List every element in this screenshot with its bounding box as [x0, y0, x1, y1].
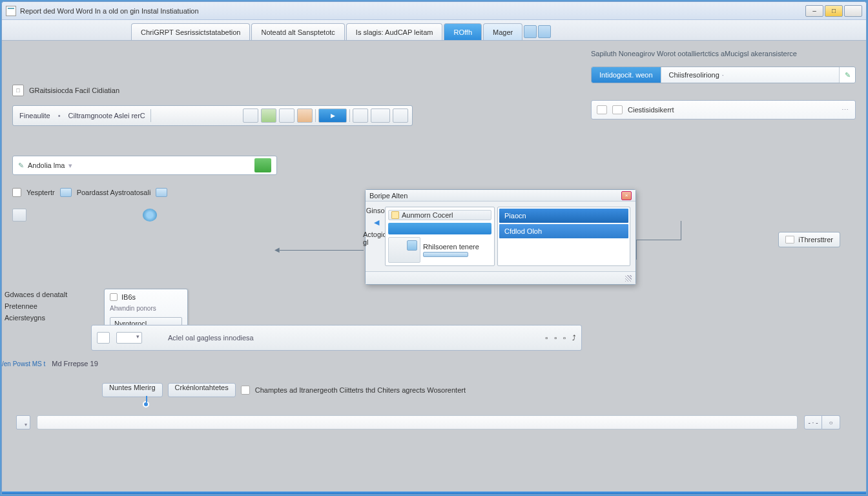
connector-arrow-2	[636, 240, 681, 240]
window-title: Report ded Word Word In a old on gin Ins…	[20, 7, 199, 15]
minimize-button[interactable]: –	[805, 5, 823, 17]
dialog-option-selected[interactable]: Piaocn	[499, 209, 628, 223]
tab-tool-icons	[524, 23, 551, 40]
dialog-preview-row: Rhilsoeren tenere	[388, 237, 491, 263]
caption-btn-2[interactable]: Crkénlontahtetes	[168, 383, 236, 397]
dialog-title: Boripe Alten	[369, 192, 408, 200]
dialog-option-2[interactable]: Cfdlod Oloh	[499, 224, 628, 238]
checkbox-1[interactable]	[12, 188, 21, 197]
preview-bar	[423, 252, 468, 257]
micro-icon-1[interactable]: ▫	[545, 334, 548, 342]
pen-icon: ✎	[18, 161, 24, 170]
caption-text: Champtes ad Itranergeoth Ciittetrs thd C…	[255, 386, 466, 394]
chip-icon	[60, 188, 72, 197]
micro-icon-2[interactable]: ▫	[554, 334, 557, 342]
right-tabs: Intidogocit. weon Chiisfresoliriong· ✎	[591, 67, 856, 83]
thumbnail-icon[interactable]	[388, 237, 420, 263]
dialog-footer	[366, 271, 636, 284]
tabstrip: ChriGRPT Sesrissictstatabetion Noteatd a…	[2, 20, 866, 41]
bs-dropdown[interactable]	[16, 415, 30, 429]
page-icon[interactable]	[12, 209, 26, 222]
dialog-left-head: Aunmorn Cocerl	[388, 210, 491, 220]
side-item-3[interactable]: Aciersteygns	[5, 312, 95, 324]
bs-stepper-down[interactable]: - · -	[804, 415, 822, 429]
checkbox-1-label: Yesptertr	[26, 189, 55, 196]
tool-icon-1[interactable]	[524, 25, 537, 38]
tab-4[interactable]: ROffh	[444, 23, 482, 40]
document-icon	[6, 6, 16, 16]
micro-icon-4[interactable]: ⤴	[572, 334, 576, 342]
spinner-icon	[143, 209, 157, 222]
checkbox-2-label: Poardasst Aystroatosali	[77, 189, 151, 196]
footer-link[interactable]: /en Powst MS t	[2, 360, 45, 367]
side-item-1[interactable]: Gdwaces d denatalt	[5, 289, 95, 300]
toolbar-label-1: Fineaulite	[17, 112, 53, 119]
caption-icon	[241, 386, 250, 395]
external-button[interactable]: iThrersttrer	[778, 232, 840, 247]
tool-btn-2[interactable]	[261, 108, 276, 123]
dialog-left-pane: Aunmorn Cocerl Rhilsoeren tenere	[385, 207, 495, 266]
lt-dropdown[interactable]	[116, 332, 142, 344]
connector-arrow-1	[280, 250, 364, 251]
link-button-row: /en Powst MS t Md Frrepse 19	[2, 360, 98, 367]
right-tab-active[interactable]: Intidogocit. weon	[592, 67, 661, 83]
lower-toolbar-label: Aclel oal gagless innodiesa	[168, 334, 254, 342]
field-icon-2	[612, 105, 623, 114]
tool-btn-play[interactable]	[318, 108, 347, 123]
lt-micro-icons: ▫ ▫ ▫ ⤴	[545, 334, 576, 342]
tool-btn-4[interactable]	[297, 108, 313, 123]
tool-btn-7[interactable]	[393, 108, 408, 123]
search-input[interactable]: ✎ Andolia lma ▾	[12, 156, 277, 175]
menu-sub: Ahwndin ponors	[110, 305, 182, 312]
app-window: Report ded Word Word In a old on gin Ins…	[1, 1, 867, 495]
right-heading: Sapiluth Noneagirov Worot ootalliertctic…	[591, 50, 856, 57]
more-icon[interactable]: ⋯	[842, 106, 850, 114]
tab-5[interactable]: Mager	[483, 23, 522, 40]
caption-row: Nuntes Mlerirg Crkénlontahtetes Champtes…	[102, 383, 466, 397]
chip-icon-2	[156, 188, 167, 197]
dialog-side-labels: Ginsor ◀ Actogios gl	[371, 207, 382, 266]
tool-btn-1[interactable]	[243, 108, 258, 123]
right-field-label: Ciestisidsikerrt	[628, 106, 674, 114]
footer-accent	[2, 491, 866, 494]
toolbar: Fineaulite • Ciltramgnoote Aslei rerC	[12, 105, 413, 126]
pin-marker-icon[interactable]	[143, 401, 149, 408]
dialog-titlebar[interactable]: Boripe Alten ×	[366, 190, 636, 202]
bottom-strip: - · - ○	[16, 415, 840, 429]
tool-btn-5[interactable]	[353, 108, 368, 123]
tool-btn-6[interactable]	[371, 108, 390, 123]
bs-track[interactable]	[37, 415, 798, 429]
dialog-close-button[interactable]: ×	[621, 191, 632, 200]
tab-3[interactable]: Is slagis: AudCAP leitam	[346, 23, 443, 40]
right-tab-other[interactable]: Chiisfresoliriong·	[661, 67, 840, 83]
close-button[interactable]	[844, 5, 862, 17]
side-item-2[interactable]: Pretennee	[5, 300, 95, 312]
maximize-button[interactable]: □	[825, 5, 843, 17]
tab-2[interactable]: Noteatd alt Sansptetotc	[251, 23, 344, 40]
ext-icon	[785, 236, 794, 243]
bs-stepper: - · - ○	[804, 415, 840, 429]
side-list: Gdwaces d denatalt Pretennee Aciersteygn…	[5, 289, 95, 324]
caption-btn-1[interactable]: Nuntes Mlerirg	[102, 383, 163, 397]
right-field[interactable]: Ciestisidsikerrt ⋯	[591, 100, 856, 119]
dialog: Boripe Alten × Ginsor ◀ Actogios gl Aunm…	[365, 189, 636, 285]
titlebar[interactable]: Report ded Word Word In a old on gin Ins…	[2, 2, 866, 20]
toolbar-label-2: Ciltramgnoote Aslei rerC	[66, 112, 148, 119]
checkbox-icon[interactable]: □	[12, 85, 24, 96]
footer-label: Md Frrepse 19	[52, 360, 98, 367]
preview-label: Rhilsoeren tenere	[423, 243, 479, 251]
dialog-right-pane: Piaocn Cfdlod Oloh	[497, 207, 630, 266]
tool-btn-3[interactable]	[279, 108, 294, 123]
bs-stepper-up[interactable]: ○	[822, 415, 840, 429]
micro-icon-3[interactable]: ▫	[563, 334, 566, 342]
resize-grip-icon[interactable]	[625, 275, 632, 282]
go-button[interactable]	[254, 158, 271, 172]
input-value: Andolia lma	[28, 161, 65, 169]
section-1-head: □ GRaitsisiocda Facil Cidiatian	[12, 85, 581, 96]
lt-btn-1[interactable]	[97, 332, 110, 344]
edit-icon[interactable]: ✎	[840, 67, 855, 83]
dialog-selected-bar[interactable]	[388, 223, 491, 234]
tool-icon-2[interactable]	[538, 25, 551, 38]
lower-toolbar: Aclel oal gagless innodiesa ▫ ▫ ▫ ⤴	[91, 325, 582, 351]
tab-1[interactable]: ChriGRPT Sesrissictstatabetion	[131, 23, 250, 40]
